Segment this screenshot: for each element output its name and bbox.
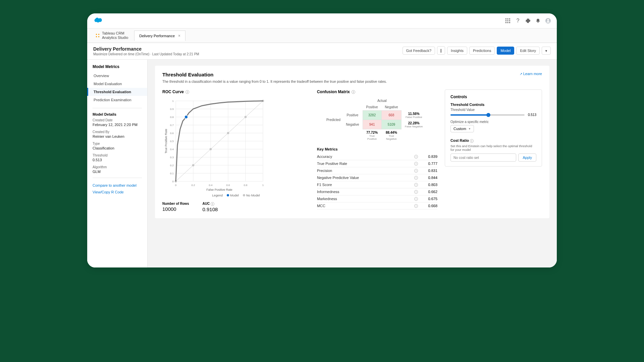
- model-button[interactable]: Model: [497, 47, 514, 55]
- compare-model-link[interactable]: Compare to another model: [87, 182, 147, 189]
- key-metric-value: 0.777: [421, 162, 437, 166]
- info-icon[interactable]: i: [211, 202, 214, 206]
- workspace-product-line1: Tableau CRM: [102, 31, 128, 36]
- svg-rect-0: [505, 18, 506, 19]
- sidebar-item-model-evaluation[interactable]: Model Evaluation: [87, 80, 147, 88]
- svg-rect-1: [507, 18, 508, 19]
- key-metrics-title: Key Metrics: [317, 147, 437, 151]
- conf-tn: 5109: [381, 120, 401, 129]
- threshold-value: 0.513: [93, 158, 142, 162]
- sidebar-heading-metrics: Model Metrics: [87, 64, 147, 72]
- svg-point-10: [98, 34, 100, 35]
- info-icon[interactable]: i: [414, 183, 418, 187]
- key-metric-value: 0.844: [421, 176, 437, 180]
- key-metric-row: Accuracyi0.839: [317, 153, 437, 160]
- conf-fn: 941: [363, 120, 381, 129]
- info-icon[interactable]: i: [414, 162, 418, 166]
- got-feedback-button[interactable]: Got Feedback?: [402, 47, 435, 55]
- key-metric-value: 0.668: [421, 204, 437, 208]
- more-actions-button[interactable]: ▼: [542, 47, 551, 55]
- svg-point-12: [98, 36, 100, 38]
- created-by-label: Created By: [93, 130, 142, 134]
- svg-text:1: 1: [172, 100, 174, 103]
- apply-button[interactable]: Apply: [518, 154, 536, 162]
- key-metric-name: MCC: [317, 204, 412, 208]
- svg-point-33: [210, 148, 212, 150]
- threshold-controls-label: Threshold Controls: [450, 103, 536, 107]
- roc-legend: Legend Model No Model: [162, 193, 310, 197]
- key-metric-row: MCCi0.668: [317, 202, 437, 209]
- sidebar-item-overview[interactable]: Overview: [87, 72, 147, 80]
- key-metric-row: Precisioni0.831: [317, 167, 437, 174]
- svg-rect-8: [509, 22, 510, 23]
- key-metric-row: F1 Scorei0.803: [317, 181, 437, 188]
- key-metric-name: Markedness: [317, 197, 412, 201]
- sidebar-item-threshold-evaluation[interactable]: Threshold Evaluation: [87, 88, 147, 96]
- svg-text:0: 0: [175, 184, 177, 187]
- rows-label: Number of Rows: [162, 202, 189, 205]
- avatar-icon[interactable]: [545, 18, 551, 23]
- svg-rect-6: [505, 22, 506, 23]
- svg-text:0.6: 0.6: [170, 132, 174, 135]
- svg-text:0.4: 0.4: [209, 184, 213, 187]
- type-label: Type: [93, 142, 142, 145]
- optimize-dropdown[interactable]: Custom▼: [450, 125, 474, 132]
- tab-label: Delivery Performance: [139, 34, 175, 38]
- roc-chart: 00.10.20.30.40.50.60.70.80.91 00.20.40.6…: [162, 98, 310, 197]
- key-metric-row: Markednessi0.675: [317, 195, 437, 202]
- cost-ratio-input[interactable]: [450, 154, 516, 162]
- confusion-matrix: Actual PositiveNegative PredictedPositiv…: [317, 98, 437, 142]
- tab-delivery-performance[interactable]: Delivery Performance ×: [134, 31, 185, 41]
- svg-text:0.8: 0.8: [170, 116, 174, 119]
- svg-text:0.6: 0.6: [226, 184, 230, 187]
- insights-button[interactable]: Insights: [447, 47, 467, 55]
- bell-icon[interactable]: [535, 18, 541, 23]
- workspace-tab-analytics[interactable]: Tableau CRMAnalytics Studio: [91, 28, 133, 43]
- section-description: The threshold in a classification model …: [162, 79, 542, 83]
- gear-icon[interactable]: [525, 18, 531, 23]
- predictions-button[interactable]: Predictions: [469, 47, 495, 55]
- cost-ratio-label: Cost Ratio: [450, 138, 469, 142]
- info-icon[interactable]: i: [414, 169, 418, 173]
- svg-text:0.7: 0.7: [170, 124, 174, 127]
- conf-fp: 668: [381, 111, 401, 120]
- info-icon[interactable]: i: [414, 176, 418, 180]
- key-metric-value: 0.803: [421, 183, 437, 187]
- learn-more-link[interactable]: Learn more: [520, 72, 542, 76]
- key-metric-value: 0.839: [421, 155, 437, 159]
- workspace-tabs: Tableau CRMAnalytics Studio Delivery Per…: [87, 28, 557, 43]
- info-icon[interactable]: i: [470, 139, 474, 143]
- algorithm-label: Algorithm: [93, 165, 142, 169]
- page-title: Delivery Performance: [93, 46, 199, 52]
- svg-rect-2: [509, 18, 510, 19]
- edit-story-button[interactable]: Edit Story: [516, 47, 540, 55]
- key-metric-name: Accuracy: [317, 155, 412, 159]
- slider-thumb-icon[interactable]: [486, 113, 490, 117]
- info-icon[interactable]: i: [352, 90, 355, 94]
- close-icon[interactable]: ×: [178, 34, 180, 38]
- svg-text:0.2: 0.2: [191, 184, 195, 187]
- roc-title: ROC Curve: [162, 89, 184, 94]
- svg-point-9: [96, 34, 97, 35]
- salesforce-logo-icon: [93, 17, 103, 25]
- algorithm-value: GLM: [93, 170, 142, 174]
- threshold-slider[interactable]: [450, 114, 525, 116]
- sidebar-item-prediction-examination[interactable]: Prediction Examination: [87, 96, 147, 104]
- info-icon[interactable]: i: [185, 90, 189, 94]
- info-icon[interactable]: i: [414, 155, 418, 159]
- svg-text:0.2: 0.2: [170, 164, 174, 167]
- svg-point-37: [184, 115, 188, 119]
- key-metric-name: Informedness: [317, 190, 412, 194]
- pause-button[interactable]: ‖: [437, 46, 445, 55]
- info-icon[interactable]: i: [414, 197, 418, 201]
- svg-rect-7: [507, 22, 508, 23]
- info-icon[interactable]: i: [414, 190, 418, 194]
- help-icon[interactable]: ?: [515, 18, 521, 23]
- info-icon[interactable]: i: [414, 204, 418, 208]
- apps-icon[interactable]: [505, 18, 511, 23]
- view-r-code-link[interactable]: View/Copy R Code: [87, 189, 147, 195]
- sidebar-heading-details: Model Details: [93, 112, 142, 116]
- created-date-label: Created Date: [93, 118, 142, 122]
- svg-point-11: [96, 36, 97, 38]
- svg-point-32: [192, 164, 194, 166]
